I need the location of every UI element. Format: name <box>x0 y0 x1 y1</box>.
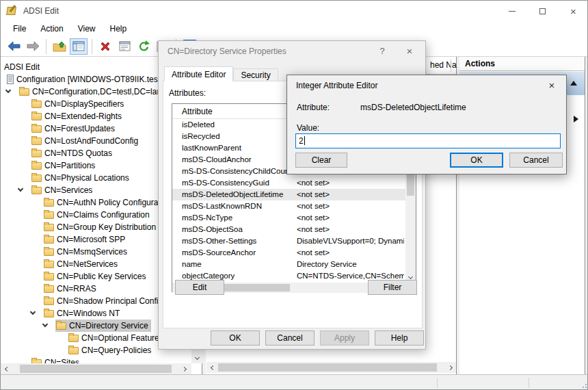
clear-button[interactable]: Clear <box>295 153 347 168</box>
forward-icon[interactable] <box>24 38 42 55</box>
integer-attribute-editor-dialog: Integer Attribute Editor × Attribute: ms… <box>286 75 567 174</box>
expand-chevron-icon[interactable] <box>18 186 23 192</box>
menu-file[interactable]: File <box>6 21 34 36</box>
attribute-name: mS-DS-ConsistencyGuid <box>182 177 294 189</box>
delete-icon[interactable] <box>96 38 114 55</box>
collapse-arrow-icon[interactable] <box>570 81 577 86</box>
folder-icon <box>44 261 54 268</box>
folder-icon <box>44 298 54 305</box>
attribute-row[interactable]: mS-DS-ConsistencyGuid<not set> <box>172 177 405 189</box>
menu-help[interactable]: Help <box>103 21 135 36</box>
menu-view[interactable]: View <box>71 21 103 36</box>
attribute-column-label: Attribute <box>182 107 213 116</box>
close-button[interactable]: × <box>558 1 588 21</box>
text-caret <box>304 136 305 145</box>
folder-icon <box>68 347 79 354</box>
more-actions-arrow-icon[interactable] <box>574 116 578 122</box>
minimize-icon <box>509 11 516 12</box>
folder-icon <box>31 113 42 120</box>
folder-icon <box>31 125 42 133</box>
actions-pane-title: Actions <box>459 57 585 71</box>
tree-item[interactable]: CN=Sites <box>1 356 191 363</box>
tree-item-label: ADSI Edit <box>4 62 40 72</box>
maximize-button[interactable] <box>527 1 558 21</box>
help-button[interactable]: Help <box>375 330 424 346</box>
value-input[interactable]: 2 <box>295 133 561 148</box>
folder-icon <box>44 199 54 207</box>
attribute-row[interactable]: msDS-SourceAnchor<not set> <box>172 247 405 259</box>
status-divider <box>437 378 438 388</box>
tab-attribute-editor[interactable]: Attribute Editor <box>164 66 233 81</box>
results-horizontal-scrollbar[interactable] <box>206 362 456 373</box>
tree-item-label: CN=Public Key Services <box>57 272 146 281</box>
properties-dialog-titlebar: CN=Directory Service Properties ? × <box>159 41 425 62</box>
folder-icon <box>44 310 54 317</box>
attribute-row[interactable]: msDS-ObjectSoa<not set> <box>172 224 405 235</box>
attribute-name: msDS-Other-Settings <box>182 235 294 247</box>
tree-item-label: CN=Microsoft SPP <box>57 235 125 244</box>
attribute-row[interactable]: msDS-Other-SettingsDisableVLVSupport=0; … <box>172 235 405 247</box>
app-icon <box>7 5 18 16</box>
tree-item-label: CN=Directory Service <box>69 321 148 330</box>
back-icon[interactable] <box>5 38 23 55</box>
expand-chevron-icon[interactable] <box>42 322 48 327</box>
folder-icon <box>31 187 42 194</box>
edit-button[interactable]: Edit <box>175 280 224 295</box>
distinguished-name-column-label: hed Na <box>430 60 457 70</box>
tree-item-label: CN=Sites <box>44 358 79 363</box>
expand-chevron-icon[interactable] <box>5 88 11 93</box>
folder-icon <box>68 335 79 342</box>
show-console-tree-icon[interactable] <box>70 38 88 55</box>
tab-security[interactable]: Security <box>233 68 278 81</box>
tree-item-label: CN=MsmqServices <box>57 247 127 257</box>
tree-item-label: CN=LostAndFoundConfig <box>44 136 138 146</box>
dialog-close-button[interactable]: × <box>543 77 561 94</box>
attribute-value: DisableVLVSupport=0; DynamicO <box>297 235 404 247</box>
attribute-value: <not set> <box>297 200 404 212</box>
ok-button[interactable]: OK <box>211 330 260 346</box>
folder-icon <box>44 224 54 231</box>
folder-icon <box>44 273 54 281</box>
expand-chevron-icon[interactable] <box>30 309 36 315</box>
ok-button[interactable]: OK <box>450 153 503 168</box>
filter-button[interactable]: Filter <box>368 280 417 295</box>
tree-item-label: CN=Query-Policies <box>81 346 151 355</box>
refresh-icon[interactable] <box>135 38 152 55</box>
attribute-row[interactable]: msDS-NcType<not set> <box>172 212 405 224</box>
resize-grip[interactable] <box>585 387 587 388</box>
apply-button[interactable]: Apply <box>320 330 369 346</box>
tree-item-label: CN=Extended-Rights <box>44 112 122 121</box>
cancel-button[interactable]: Cancel <box>265 330 315 346</box>
tree-item-label: CN=Group Key Distribution S <box>57 222 163 232</box>
attribute-value: <not set> <box>297 212 404 224</box>
dialog-help-button[interactable]: ? <box>375 43 390 60</box>
tree-item-label: CN=Partitions <box>44 161 95 170</box>
attribute-row[interactable]: msDS-LastKnownRDN<not set> <box>172 200 405 212</box>
tree-horizontal-scrollbar[interactable] <box>1 363 191 374</box>
column-divider <box>451 59 451 72</box>
tree-item-label: CN=Shadow Principal Config <box>57 296 163 306</box>
attribute-name: msDS-LastKnownRDN <box>182 200 294 212</box>
tab-strip: Attribute Editor Security <box>164 66 278 81</box>
attribute-name: msDS-DeletedObjectLifetime <box>182 189 294 200</box>
window-title: ADSI Edit <box>23 6 59 16</box>
up-one-level-icon[interactable] <box>51 38 68 55</box>
menu-action[interactable]: Action <box>34 21 70 36</box>
attribute-row[interactable]: msDS-DeletedObjectLifetime<not set> <box>172 189 405 200</box>
cancel-button[interactable]: Cancel <box>509 153 563 168</box>
attribute-row[interactable]: nameDirectory Service <box>172 259 405 270</box>
integer-dialog-title: Integer Attribute Editor <box>296 81 377 90</box>
minimize-button[interactable] <box>496 1 527 21</box>
title-bar: ADSI Edit × <box>1 1 588 21</box>
properties-icon[interactable] <box>116 38 133 55</box>
attribute-value: <not set> <box>297 224 404 235</box>
tree-item-label: CN=Windows NT <box>57 309 120 318</box>
attributes-label: Attributes: <box>169 88 206 98</box>
dialog-close-button[interactable]: × <box>401 43 418 60</box>
tree-item-label: Configuration [WINDOWS-OT89IIK.testl <box>16 75 162 84</box>
folder-icon <box>31 174 42 182</box>
folder-icon <box>31 162 42 170</box>
attribute-name: mS-DS-ConsistencyChildCount <box>182 166 294 177</box>
attribute-name: name <box>182 259 294 270</box>
value-label: Value: <box>297 123 319 133</box>
